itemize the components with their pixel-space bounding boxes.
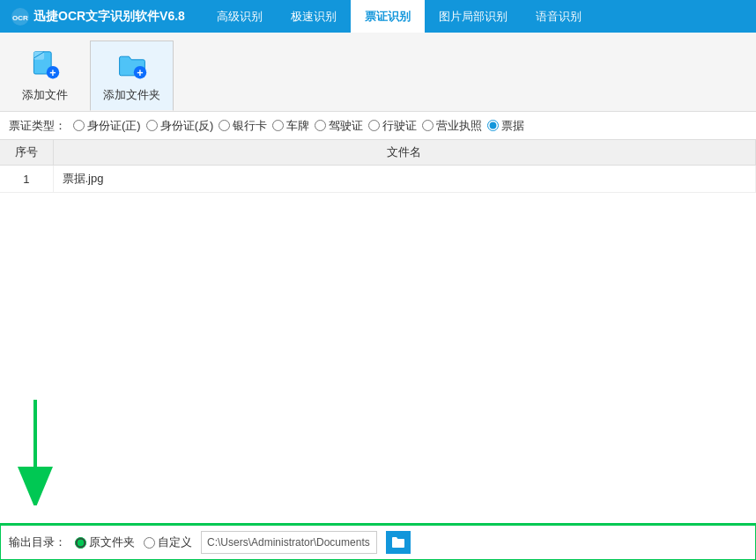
radio-receipt-input[interactable] [487,120,499,131]
app-logo: OCR [7,0,33,33]
ticket-type-label: 票证类型： [9,118,66,134]
browse-button[interactable] [386,531,411,554]
output-dir-label: 输出目录： [9,534,66,550]
cell-index: 1 [0,166,53,193]
add-file-button[interactable]: + 添加文件 [9,41,81,111]
main-content: 序号 文件名 1 票据.jpg [0,140,756,523]
menu-advanced[interactable]: 高级识别 [203,0,277,33]
table-header-row: 序号 文件名 [0,140,756,166]
add-file-icon: + [27,48,63,84]
radio-license-plate-label: 车牌 [286,118,309,134]
radio-receipt[interactable]: 票据 [487,118,524,134]
file-table-body: 1 票据.jpg [0,166,756,193]
radio-driving-license[interactable]: 驾驶证 [315,118,363,134]
radio-receipt-label: 票据 [501,118,524,134]
svg-text:+: + [49,67,56,79]
app-title: 迅捷OCR文字识别软件V6.8 [33,9,185,25]
radio-id-front-label: 身份证(正) [87,118,141,134]
menu-bar: 高级识别 极速识别 票证识别 图片局部识别 语音识别 [203,0,749,33]
radio-original-input[interactable] [75,537,86,549]
file-table: 序号 文件名 1 票据.jpg [0,140,756,193]
radio-original-label: 原文件夹 [89,534,135,550]
radio-bank-card-label: 银行卡 [233,118,267,134]
add-file-label: 添加文件 [22,87,68,103]
radio-driving-license-label: 驾驶证 [329,118,363,134]
radio-bank-card-input[interactable] [219,120,230,131]
menu-region[interactable]: 图片局部识别 [425,0,522,33]
table-row[interactable]: 1 票据.jpg [0,166,756,193]
add-folder-button[interactable]: + 添加文件夹 [90,41,174,111]
file-table-area: 序号 文件名 1 票据.jpg [0,140,756,332]
col-header-index: 序号 [0,140,53,166]
svg-text:OCR: OCR [12,14,28,22]
menu-voice[interactable]: 语音识别 [522,0,596,33]
radio-driving-license-input[interactable] [315,120,326,131]
radio-business-license[interactable]: 营业执照 [422,118,482,134]
radio-vehicle-license[interactable]: 行驶证 [368,118,417,134]
big-arrow [18,400,70,505]
col-header-filename: 文件名 [53,140,756,166]
radio-vehicle-license-label: 行驶证 [382,118,417,134]
menu-ticket[interactable]: 票证识别 [351,0,425,33]
add-folder-label: 添加文件夹 [103,87,160,103]
radio-business-license-label: 营业执照 [436,118,482,134]
menu-fast[interactable]: 极速识别 [277,0,351,33]
output-path-input[interactable] [201,531,377,554]
title-bar: OCR 迅捷OCR文字识别软件V6.8 高级识别 极速识别 票证识别 图片局部识… [0,0,756,33]
bottom-bar: 输出目录： 原文件夹 自定义 [0,523,756,560]
radio-id-back-input[interactable] [146,120,158,131]
folder-open-icon [391,536,405,549]
radio-original-folder[interactable]: 原文件夹 [75,534,135,550]
radio-license-plate[interactable]: 车牌 [272,118,309,134]
radio-business-license-input[interactable] [422,120,434,131]
radio-custom-label: 自定义 [158,534,192,550]
radio-custom-input[interactable] [144,537,155,549]
options-bar: 票证类型： 身份证(正) 身份证(反) 银行卡 车牌 驾驶证 行驶证 营业执照 [0,112,756,140]
radio-id-front[interactable]: 身份证(正) [73,118,141,134]
radio-custom-folder[interactable]: 自定义 [144,534,192,550]
radio-id-front-input[interactable] [73,120,85,131]
radio-license-plate-input[interactable] [272,120,284,131]
ticket-type-radio-group: 身份证(正) 身份证(反) 银行卡 车牌 驾驶证 行驶证 营业执照 票据 [73,118,524,134]
add-folder-icon: + [115,48,150,84]
radio-id-back[interactable]: 身份证(反) [146,118,214,134]
svg-text:+: + [137,67,143,79]
output-radio-group: 原文件夹 自定义 [75,534,192,550]
cell-filename: 票据.jpg [53,166,756,193]
radio-id-back-label: 身份证(反) [160,118,214,134]
arrow-area [0,332,756,524]
radio-bank-card[interactable]: 银行卡 [219,118,267,134]
radio-vehicle-license-input[interactable] [368,120,380,131]
toolbar: + 添加文件 + 添加文件夹 [0,33,756,112]
